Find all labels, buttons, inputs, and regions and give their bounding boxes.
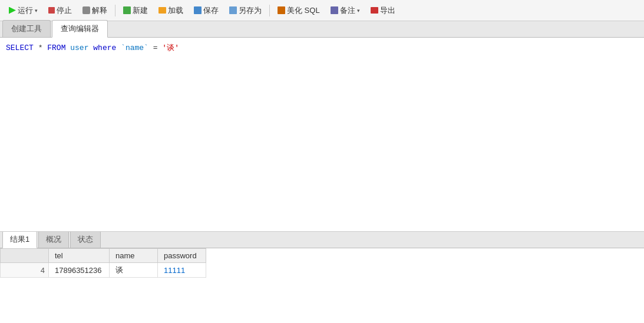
sql-backtick-name: `name` bbox=[121, 44, 148, 52]
sql-table-name: user bbox=[70, 44, 93, 52]
saveas-icon bbox=[229, 6, 237, 14]
cell-password: 11111 bbox=[158, 263, 206, 278]
result-tab-3[interactable]: 状态 bbox=[70, 231, 101, 248]
col-header-tel: tel bbox=[48, 249, 109, 263]
col-header-password: password bbox=[158, 249, 206, 263]
export-label: 导出 bbox=[380, 5, 395, 16]
explain-icon bbox=[82, 6, 90, 14]
run-icon bbox=[9, 7, 16, 14]
result-tab-2[interactable]: 概况 bbox=[38, 231, 69, 248]
export-icon bbox=[371, 7, 378, 14]
stop-label: 停止 bbox=[57, 5, 72, 16]
sql-select: SELECT bbox=[6, 44, 34, 52]
comment-label: 备注 bbox=[340, 5, 355, 16]
run-button[interactable]: 运行 ▾ bbox=[5, 3, 42, 18]
run-label: 运行 bbox=[18, 5, 33, 16]
explain-label: 解释 bbox=[92, 5, 107, 16]
save-button[interactable]: 保存 bbox=[190, 3, 223, 18]
run-dropdown-icon[interactable]: ▾ bbox=[35, 8, 38, 14]
result-tabs-bar: 结果1 概况 状态 bbox=[0, 232, 644, 248]
explain-button[interactable]: 解释 bbox=[78, 3, 111, 18]
sql-star: * bbox=[38, 44, 48, 52]
results-area: 结果1 概况 状态 tel name password 417896351236… bbox=[0, 232, 644, 323]
comment-icon bbox=[331, 6, 338, 14]
load-button[interactable]: 加载 bbox=[154, 3, 187, 18]
results-table: tel name password 417896351236谈11111 bbox=[0, 248, 206, 278]
new-button[interactable]: 新建 bbox=[119, 3, 152, 18]
sql-where: where bbox=[93, 44, 116, 52]
new-icon bbox=[123, 6, 131, 14]
row-num-header bbox=[1, 249, 49, 263]
data-table-wrapper: tel name password 417896351236谈11111 bbox=[0, 248, 644, 323]
save-label: 保存 bbox=[203, 5, 219, 16]
beautify-button[interactable]: 美化 SQL bbox=[273, 3, 324, 18]
stop-icon bbox=[48, 7, 55, 14]
sql-value: '谈' bbox=[162, 44, 179, 52]
stop-button[interactable]: 停止 bbox=[44, 3, 76, 18]
result-tab-1[interactable]: 结果1 bbox=[2, 231, 37, 248]
tab-create-tool[interactable]: 创建工具 bbox=[2, 20, 51, 37]
col-header-name: name bbox=[110, 249, 158, 263]
export-button[interactable]: 导出 bbox=[366, 3, 399, 18]
cell-tel: 17896351236 bbox=[48, 263, 109, 278]
row-number: 4 bbox=[1, 263, 49, 278]
beautify-label: 美化 SQL bbox=[287, 5, 320, 16]
load-icon bbox=[158, 7, 166, 14]
sql-editor[interactable]: SELECT * FROM user where `name` = '谈' bbox=[0, 38, 644, 232]
divider-2 bbox=[269, 5, 270, 16]
table-header-row: tel name password bbox=[1, 249, 206, 263]
beautify-icon bbox=[278, 6, 285, 14]
divider-1 bbox=[115, 5, 115, 16]
tab-query-editor[interactable]: 查询编辑器 bbox=[52, 20, 108, 38]
comment-button[interactable]: 备注 ▾ bbox=[326, 3, 364, 18]
save-icon bbox=[194, 6, 202, 14]
comment-dropdown-icon[interactable]: ▾ bbox=[357, 8, 360, 14]
load-label: 加载 bbox=[168, 5, 183, 16]
sql-from: FROM bbox=[47, 44, 65, 52]
cell-name: 谈 bbox=[110, 263, 158, 278]
table-row: 417896351236谈11111 bbox=[1, 263, 206, 278]
toolbar: 运行 ▾ 停止 解释 新建 加载 保存 另存为 美化 SQL 备注 ▾ 导出 bbox=[0, 0, 644, 21]
new-label: 新建 bbox=[133, 5, 148, 16]
saveas-button[interactable]: 另存为 bbox=[225, 3, 266, 18]
editor-tabs-bar: 创建工具 查询编辑器 bbox=[0, 21, 644, 38]
sql-equals: = bbox=[153, 44, 158, 52]
saveas-label: 另存为 bbox=[239, 5, 262, 16]
